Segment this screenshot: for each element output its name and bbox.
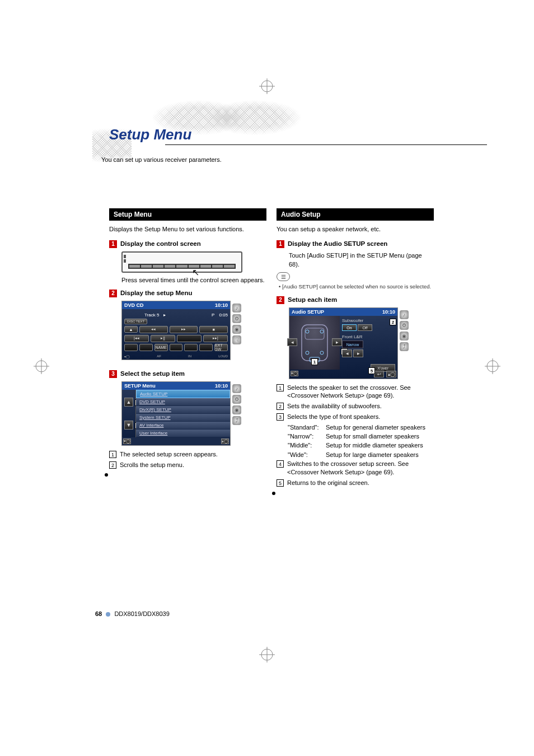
annotation-number: 2 [277, 403, 284, 410]
screen-title: Audio SETUP [292, 309, 324, 315]
page-title: Setup Menu [109, 126, 442, 143]
front-value: Narrow [342, 340, 363, 348]
bullet: • [279, 283, 280, 290]
step-title: Setup each item [288, 296, 337, 303]
annotation-text: Sets the availability of subwoofers. [287, 402, 434, 410]
scroll-up-button[interactable]: ▲ 2 [124, 398, 133, 407]
play-icon: ▸ [163, 312, 166, 318]
prev-track-button[interactable]: |◂◂ [124, 335, 149, 342]
rewind-button[interactable]: ◂◂ [139, 326, 168, 333]
callout-5: 5 [368, 367, 375, 374]
annotation-text: The selected setup screen appears. [120, 450, 266, 459]
side-icon[interactable]: ⚙ [232, 395, 241, 404]
car-left-button[interactable]: ◂ [287, 338, 297, 346]
screen-clock: 10:10 [215, 383, 228, 389]
annotation-number: 2 [109, 461, 116, 469]
speaker-key: "Wide": [288, 451, 326, 459]
scroll-down-button[interactable]: ▼ 2 [124, 421, 133, 430]
front-lr-label: Front L&R [342, 334, 395, 339]
step-title: Display the Audio SETUP screen [288, 240, 387, 247]
section-desc: Displays the Setup Menu to set various f… [109, 225, 266, 234]
speaker-key: "Narrow": [288, 432, 326, 440]
car-right-button[interactable]: ▸ [332, 338, 342, 346]
side-icon[interactable]: ♪ [400, 310, 409, 319]
blank-button [199, 344, 213, 351]
bullet-dot [272, 492, 275, 495]
front-prev-button[interactable]: ◂ [342, 349, 352, 357]
af-label: AF [157, 354, 161, 358]
stop-button[interactable]: ■ [199, 326, 228, 333]
annotation-text: Selects the speaker to set the crossover… [287, 384, 434, 400]
screen-title: DVD CD [124, 302, 144, 308]
subwoofer-label: Subwoofer [342, 318, 395, 323]
disc-text-button[interactable]: DISC TEXT [124, 319, 147, 324]
menu-item-dvd-setup[interactable]: DVD SETUP [136, 398, 230, 406]
eject-button[interactable]: ▲ [124, 326, 138, 333]
side-icon[interactable]: ⚙ [232, 314, 241, 323]
step-title: Display the setup Menu [120, 290, 192, 296]
step-badge: 3 [109, 370, 117, 378]
play-pause-button[interactable]: ▸|| [151, 335, 175, 342]
menu-item-divx-setup[interactable]: DivX(R) SETUP [136, 406, 230, 414]
annotation-number: 5 [277, 479, 284, 487]
home-icon[interactable]: ▾◯ [123, 438, 131, 444]
pointer-icon: ↖ [192, 267, 199, 278]
step-badge: 2 [109, 290, 117, 297]
annotation-number: 1 [277, 384, 284, 391]
menu-item-audio-setup[interactable]: Audio SETUP [136, 390, 230, 398]
side-icon[interactable]: ◉ [232, 405, 241, 414]
annotation-text: Switches to the crossover setup screen. … [287, 460, 434, 477]
corner-icon[interactable]: ▴◯ [221, 438, 229, 444]
side-icon[interactable]: ◉ [232, 325, 241, 334]
annotation-number: 3 [277, 413, 284, 421]
speaker-val: Setup for general diameter speakers [326, 423, 434, 431]
next-track-button[interactable]: ▸▸| [203, 335, 228, 342]
side-icon[interactable]: ♪ [232, 304, 241, 312]
svg-point-15 [320, 330, 324, 333]
subwoofer-on-button[interactable]: On [342, 324, 357, 331]
ext-sw-button[interactable]: EXT SW [214, 344, 228, 351]
svg-point-17 [320, 351, 324, 354]
track-label: Track 5 [144, 312, 159, 318]
return-icon[interactable]: ↩ [374, 371, 384, 377]
subwoofer-off-button[interactable]: Off [358, 324, 372, 331]
menu-item-system-setup[interactable]: System SETUP [136, 414, 230, 422]
step-title: Display the control screen [120, 240, 201, 247]
side-icon[interactable]: ⚙ [400, 321, 409, 330]
speaker-key: "Middle": [288, 441, 326, 449]
page-subtitle: You can set up various receiver paramete… [101, 156, 442, 163]
side-icon[interactable]: ♪ [232, 384, 241, 393]
crop-mark-icon [34, 358, 49, 374]
in-label: IN [188, 354, 191, 358]
bullet-dot [105, 473, 108, 477]
section-header-setup-menu: Setup Menu [109, 208, 266, 221]
loud-label: LOUD [218, 354, 228, 358]
model-label: DDX8019/DDX8039 [114, 610, 169, 617]
time: 0:05 [219, 312, 228, 318]
home-icon[interactable]: ▾◯ [291, 371, 298, 376]
right-column: Audio Setup You can setup a speaker netw… [277, 208, 434, 493]
side-icon[interactable]: ⤴ [400, 342, 409, 351]
blank-button [124, 344, 138, 351]
menu-item-av-interface[interactable]: AV Interface [136, 422, 230, 430]
callout-2: 2 [390, 319, 396, 325]
forward-button[interactable]: ▸▸ [170, 326, 198, 333]
section-desc: You can setup a speaker network, etc. [277, 225, 434, 234]
home-icon[interactable]: ▾◯ [124, 354, 130, 358]
status: P [212, 312, 214, 318]
speaker-val: Setup for large diameter speakers [326, 451, 434, 459]
side-icon[interactable]: ◉ [400, 332, 409, 340]
side-icon[interactable]: ⤴ [232, 416, 241, 425]
corner-icon[interactable]: ▴◯ [386, 371, 396, 377]
crop-mark-icon [485, 358, 500, 374]
front-next-button[interactable]: ▸ [353, 349, 363, 357]
step-badge: 2 [277, 296, 284, 304]
name-button[interactable]: NAME [154, 344, 168, 351]
annotation-text: Selects the type of front speakers. [287, 413, 434, 421]
note-icon: ☰ [277, 272, 290, 281]
blank-button [139, 344, 153, 351]
step-note: Touch [Audio SETUP] in the SETUP Menu (p… [289, 251, 434, 269]
svg-point-14 [306, 330, 309, 333]
annotation-number: 4 [277, 460, 284, 468]
menu-item-user-interface[interactable]: User Interface [136, 430, 230, 437]
